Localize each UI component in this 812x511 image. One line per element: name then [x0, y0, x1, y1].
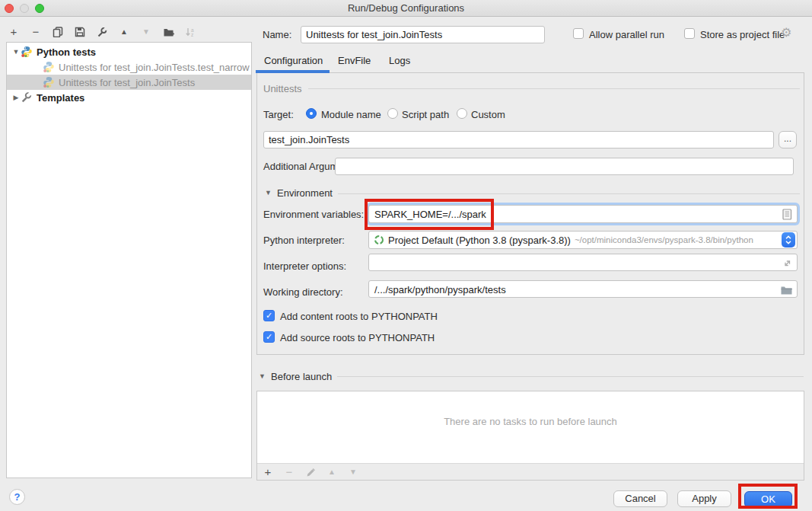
python-test-icon [43, 76, 55, 88]
sort-alphabetically-icon: az [184, 26, 196, 38]
remove-configuration-icon[interactable]: − [30, 26, 42, 38]
unittests-group-title: Unittests [263, 83, 302, 94]
collapse-twisty-icon[interactable]: ▼ [11, 48, 21, 56]
add-source-roots-label: Add source roots to PYTHONPATH [280, 332, 435, 343]
interpreter-options-label: Interpreter options: [263, 260, 346, 272]
browse-button[interactable]: ... [779, 131, 797, 149]
target-input[interactable] [263, 131, 774, 149]
before-launch-empty-text: There are no tasks to run before launch [257, 416, 804, 427]
tree-item-label: Unittests for test_join.JoinTests.test_n… [59, 62, 250, 73]
configurations-tree: ▼ Python tests Unittests for test_join.J… [6, 42, 252, 478]
save-configuration-icon[interactable] [74, 26, 86, 38]
add-content-roots-checkbox[interactable]: ✓ [263, 310, 275, 321]
radio-module-name-label: Module name [321, 109, 381, 120]
environment-group-title: Environment [277, 187, 333, 199]
add-source-roots-checkbox[interactable]: ✓ [263, 331, 275, 343]
tab-configuration[interactable]: Configuration [264, 55, 323, 66]
configurations-toolbar: + − ▲ ▼ az [8, 24, 196, 40]
working-directory-value: /.../spark/python/pyspark/tests [374, 284, 506, 295]
remove-task-icon: − [283, 466, 295, 478]
name-label: Name: [263, 29, 291, 40]
apply-button[interactable]: Apply [677, 490, 731, 507]
store-as-project-file-checkbox[interactable] [684, 28, 695, 39]
name-input[interactable] [301, 26, 545, 43]
additional-arguments-input[interactable] [335, 158, 794, 175]
edit-task-icon [304, 466, 317, 478]
python-test-icon [43, 61, 55, 73]
allow-parallel-run-label: Allow parallel run [589, 29, 664, 40]
tree-item-python-tests[interactable]: ▼ Python tests [7, 44, 251, 59]
python-interpreter-value: Project Default (Python 3.8 (pyspark-3.8… [388, 235, 571, 246]
titlebar: Run/Debug Configurations [0, 0, 812, 17]
help-button[interactable]: ? [9, 489, 25, 505]
before-launch-toolbar: + − ▲ ▼ [262, 466, 359, 478]
move-up-icon[interactable]: ▲ [118, 26, 130, 38]
tree-item-unittests-test-narrow[interactable]: Unittests for test_join.JoinTests.test_n… [7, 59, 251, 75]
move-task-up-icon: ▲ [326, 466, 338, 478]
combobox-stepper-icon[interactable] [782, 232, 795, 248]
radio-custom[interactable] [457, 108, 467, 119]
tree-item-unittests-jointests-selected[interactable]: Unittests for test_join.JoinTests [7, 75, 251, 90]
folder-icon[interactable] [781, 286, 792, 295]
move-task-down-icon: ▼ [347, 466, 359, 478]
store-as-project-file-label: Store as project file [700, 29, 785, 40]
interpreter-options-input[interactable] [368, 254, 798, 271]
cancel-button[interactable]: Cancel [613, 490, 667, 507]
python-interpreter-path: ~/opt/miniconda3/envs/pyspark-3.8/bin/py… [575, 235, 753, 244]
tree-item-label: Python tests [37, 46, 96, 58]
add-configuration-icon[interactable]: + [8, 26, 20, 38]
window-title: Run/Debug Configurations [0, 2, 812, 14]
group-divider [308, 88, 800, 89]
environment-variables-input[interactable]: SPARK_HOME=/.../spark [368, 205, 798, 223]
group-divider [337, 376, 804, 377]
browse-env-vars-icon[interactable] [782, 209, 792, 220]
expand-twisty-icon[interactable]: ▶ [11, 94, 21, 101]
before-launch-collapse-icon[interactable]: ▼ [259, 372, 266, 380]
templates-wrench-icon [21, 91, 33, 104]
radio-script-path[interactable] [387, 108, 398, 119]
before-launch-title: Before launch [271, 371, 332, 382]
edit-templates-wrench-icon[interactable] [96, 26, 108, 38]
add-task-icon[interactable]: + [262, 466, 274, 478]
python-interpreter-select[interactable]: Project Default (Python 3.8 (pyspark-3.8… [368, 231, 798, 249]
add-content-roots-label: Add content roots to PYTHONPATH [280, 311, 438, 322]
python-tests-icon [21, 46, 33, 58]
tree-item-label: Templates [37, 92, 84, 104]
gear-icon[interactable]: ⚙ [781, 27, 791, 39]
working-directory-label: Working directory: [263, 286, 343, 298]
configuration-panel: Unittests Target: Module name Script pat… [256, 72, 804, 355]
tree-item-label: Unittests for test_join.JoinTests [59, 77, 195, 88]
before-launch-task-list[interactable]: There are no tasks to run before launch [257, 391, 804, 464]
radio-module-name[interactable] [306, 108, 317, 119]
environment-collapse-icon[interactable]: ▼ [265, 189, 272, 196]
new-folder-icon[interactable] [162, 26, 174, 38]
before-launch-panel: There are no tasks to run before launch … [256, 391, 804, 481]
environment-variables-value: SPARK_HOME=/.../spark [374, 209, 486, 220]
target-label: Target: [263, 109, 294, 120]
tree-item-templates[interactable]: ▶ Templates [7, 90, 251, 105]
tab-logs[interactable]: Logs [389, 55, 410, 66]
radio-custom-label: Custom [471, 109, 505, 120]
move-down-icon: ▼ [140, 26, 152, 38]
working-directory-input[interactable]: /.../spark/python/pyspark/tests [368, 280, 798, 298]
tab-envfile[interactable]: EnvFile [338, 55, 371, 66]
allow-parallel-run-checkbox[interactable] [573, 28, 584, 39]
radio-script-path-label: Script path [402, 109, 449, 120]
active-tab-underline [256, 70, 330, 73]
svg-text:z: z [191, 32, 193, 37]
copy-configuration-icon[interactable] [52, 26, 64, 38]
conda-env-icon [374, 235, 384, 245]
ok-button[interactable]: OK [744, 491, 792, 508]
group-divider [338, 193, 800, 194]
expand-field-icon[interactable] [782, 258, 792, 268]
python-interpreter-label: Python interpreter: [263, 235, 345, 246]
environment-variables-label: Environment variables: [263, 209, 364, 220]
